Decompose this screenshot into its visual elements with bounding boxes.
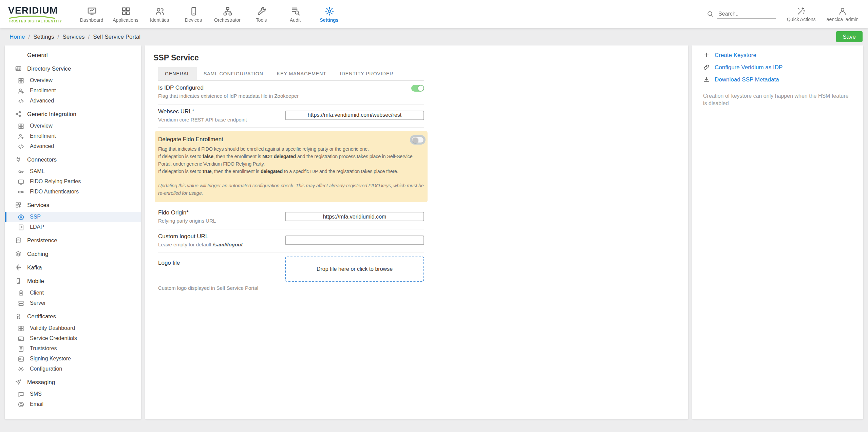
sidebar-item-certificates[interactable]: Certificates	[5, 311, 141, 322]
link-icon	[703, 64, 710, 71]
fido-origin-description: Relying party origins URL	[158, 218, 278, 224]
sidebar-item-caching[interactable]: Caching	[5, 248, 141, 259]
sidebar-item-messaging[interactable]: Messaging	[5, 377, 141, 388]
sidebar-item-enrollment[interactable]: Enrollment	[5, 86, 141, 96]
download-icon	[703, 76, 710, 83]
sidebar-item-label: SAML	[30, 168, 45, 174]
sidebar-item-ldap[interactable]: LDAP	[5, 222, 141, 232]
nav-item-applications[interactable]: Applications	[109, 4, 143, 24]
breadcrumb-settings[interactable]: Settings	[33, 33, 54, 40]
delegate-fido-description-line: Flag that indicates if FIDO keys should …	[158, 145, 424, 153]
nav-item-tools[interactable]: Tools	[244, 4, 278, 24]
fido-origin-input[interactable]	[285, 212, 424, 222]
websec-url-input[interactable]	[285, 111, 424, 120]
breadcrumb-services[interactable]: Services	[62, 33, 84, 40]
field-websec-url: Websec URL* Veridium core REST API base …	[158, 104, 424, 128]
is-idp-configured-toggle[interactable]	[411, 85, 424, 92]
quick-actions-button[interactable]: Quick Actions	[787, 6, 816, 21]
sidebar-item-persistence[interactable]: Persistence	[5, 235, 141, 246]
sidebar-item-service-credentials[interactable]: Service Credentials	[5, 333, 141, 343]
nav-item-dashboard[interactable]: Dashboard	[75, 4, 109, 24]
custom-logout-url-input[interactable]	[285, 236, 424, 245]
nav-item-audit[interactable]: Audit	[278, 4, 312, 24]
sidebar-item-fido-authenticators[interactable]: FIDO Authenticators	[5, 187, 141, 197]
sidebar-item-label: Caching	[27, 250, 48, 257]
send-icon	[15, 379, 22, 386]
mobile-icon	[15, 278, 22, 284]
sidebar-item-client[interactable]: Client	[5, 288, 141, 298]
sidebar-item-advanced[interactable]: Advanced	[5, 141, 141, 151]
grid-icon	[18, 77, 24, 84]
sidebar-item-fido-relying-parties[interactable]: FIDO Relying Parties	[5, 176, 141, 187]
code-icon	[18, 143, 24, 150]
create-keystore-action[interactable]: Create Keystore	[703, 52, 852, 58]
database-icon	[15, 237, 22, 244]
tab-key-management[interactable]: KEY MANAGEMENT	[270, 67, 333, 80]
code-icon	[18, 97, 24, 104]
topbar-right: Quick Actions aencica_admin	[707, 6, 860, 21]
action-label: Configure Veridium as IDP	[715, 64, 782, 71]
sidebar-item-label: Overview	[30, 77, 53, 83]
nav-item-orchestrator[interactable]: Orchestrator	[210, 4, 244, 24]
sidebar-item-advanced[interactable]: Advanced	[5, 96, 141, 106]
keystore-hsm-note: Creation of keystore can only happen whe…	[703, 92, 852, 107]
tab-identity-provider[interactable]: IDENTITY PROVIDER	[333, 67, 400, 80]
breadcrumb-home[interactable]: Home	[10, 33, 25, 40]
sidebar-item-label: LDAP	[30, 224, 44, 230]
sidebar-item-overview[interactable]: Overview	[5, 75, 141, 86]
global-search	[707, 9, 776, 19]
person-add-icon	[18, 133, 24, 139]
tab-saml-configuration[interactable]: SAML CONFIGURATION	[197, 67, 270, 80]
sidebar-item-label: FIDO Authenticators	[30, 189, 79, 195]
logo-dropzone[interactable]: Drop file here or click to browse	[285, 257, 424, 282]
nav-item-settings[interactable]: Settings	[312, 4, 346, 24]
delegate-fido-warning-note: Updating this value will trigger an auto…	[158, 182, 424, 197]
sidebar-item-services[interactable]: Services	[5, 200, 141, 210]
sidebar-item-label: Truststores	[30, 345, 57, 352]
sidebar-item-email[interactable]: Email	[5, 399, 141, 409]
applications-icon	[120, 6, 131, 16]
sidebar-item-label: General	[27, 52, 48, 58]
sidebar-item-label: Email	[30, 401, 43, 407]
sidebar-item-generic-integration[interactable]: Generic Integration	[5, 109, 141, 119]
download-ssp-metadata-action[interactable]: Download SSP Metadata	[703, 76, 852, 83]
field-logo-file: Logo file Drop file here or click to bro…	[158, 252, 424, 297]
sidebar-item-label: Kafka	[27, 264, 42, 271]
search-input[interactable]	[718, 9, 776, 19]
sidebar-item-kafka[interactable]: Kafka	[5, 262, 141, 273]
sidebar-item-overview[interactable]: Overview	[5, 121, 141, 131]
tab-general[interactable]: GENERAL	[158, 67, 197, 80]
delegate-fido-toggle[interactable]	[411, 136, 424, 143]
delegate-fido-description-line: If delegation is set to true, then the e…	[158, 168, 424, 175]
at-icon	[18, 401, 24, 408]
sidebar-item-label: Generic Integration	[27, 111, 76, 117]
configure-veridium-idp-action[interactable]: Configure Veridium as IDP	[703, 64, 852, 71]
sidebar-item-validity-dashboard[interactable]: Validity Dashboard	[5, 323, 141, 333]
nav-item-devices[interactable]: Devices	[176, 4, 210, 24]
sidebar-item-truststores[interactable]: Truststores	[5, 343, 141, 354]
sidebar-item-saml[interactable]: SAML	[5, 166, 141, 176]
sidebar-item-enrollment[interactable]: Enrollment	[5, 131, 141, 141]
user-menu[interactable]: aencica_admin	[827, 6, 858, 21]
sidebar-item-sms[interactable]: SMS	[5, 389, 141, 399]
logo-file-label: Logo file	[158, 259, 278, 267]
server-icon	[18, 300, 24, 306]
save-button[interactable]: Save	[836, 31, 863, 42]
sidebar-item-server[interactable]: Server	[5, 298, 141, 308]
sidebar-item-configuration[interactable]: Configuration	[5, 364, 141, 374]
sidebar-item-ssp[interactable]: SSP	[5, 212, 141, 222]
sidebar-item-label: Advanced	[30, 143, 54, 149]
nav-item-identities[interactable]: Identities	[143, 4, 176, 24]
sidebar-item-directory-service[interactable]: Directory Service	[5, 63, 141, 74]
sidebar-item-connectors[interactable]: Connectors	[5, 154, 141, 165]
is-idp-configured-label: Is IDP Configured	[158, 84, 404, 92]
quick-actions-label: Quick Actions	[787, 17, 816, 21]
breadcrumb-bar: Home / Settings / Services / Self Servic…	[0, 28, 868, 45]
sidebar-item-general[interactable]: General	[5, 50, 141, 60]
search-icon	[707, 10, 714, 17]
sidebar-item-signing-keystore[interactable]: Signing Keystore	[5, 354, 141, 364]
sidebar-item-label: Persistence	[27, 237, 57, 244]
actions-panel: Create Keystore Configure Veridium as ID…	[692, 45, 863, 419]
page-title: SSP Service	[153, 54, 681, 62]
sidebar-item-mobile[interactable]: Mobile	[5, 276, 141, 286]
